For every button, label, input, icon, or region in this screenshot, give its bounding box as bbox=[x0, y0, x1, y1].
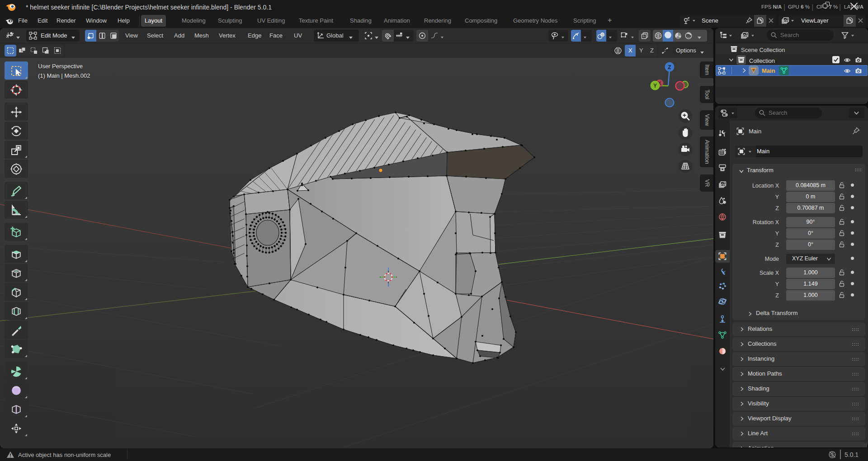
svg-text:Z: Z bbox=[668, 64, 671, 71]
svg-text:Y: Y bbox=[653, 83, 657, 89]
